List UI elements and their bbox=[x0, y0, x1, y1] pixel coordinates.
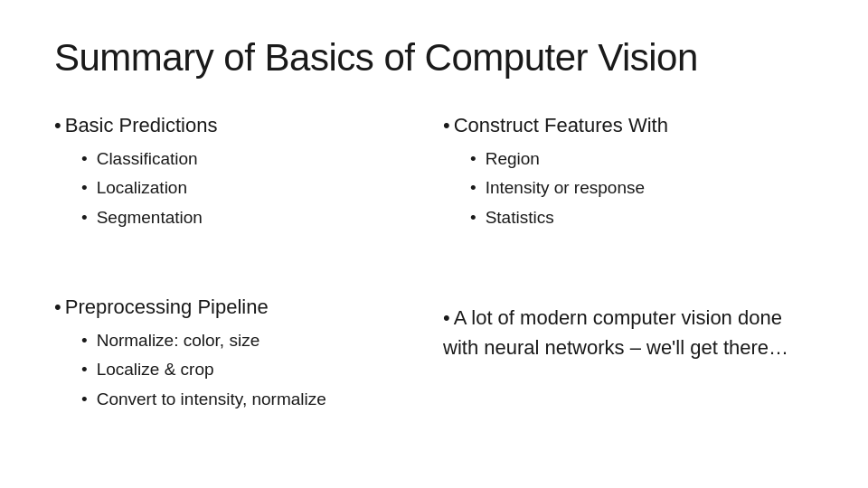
preprocessing-section: Preprocessing Pipeline Normalize: color,… bbox=[54, 288, 425, 461]
construct-features-list: Region Intensity or response Statistics bbox=[443, 145, 814, 232]
list-item: Normalize: color, size bbox=[81, 326, 425, 355]
list-item: Statistics bbox=[470, 203, 814, 232]
preprocessing-list: Normalize: color, size Localize & crop C… bbox=[54, 326, 425, 414]
construct-features-label: Construct Features With bbox=[443, 114, 668, 137]
construct-features-section: Construct Features With Region Intensity… bbox=[443, 107, 814, 279]
preprocessing-label: Preprocessing Pipeline bbox=[54, 296, 269, 319]
basic-predictions-label: Basic Predictions bbox=[54, 114, 217, 137]
content-grid: Basic Predictions Classification Localiz… bbox=[54, 107, 814, 461]
list-item: Region bbox=[470, 145, 814, 174]
list-item: Convert to intensity, normalize bbox=[81, 385, 425, 414]
modern-cv-section: A lot of modern computer vision done wit… bbox=[443, 288, 814, 461]
bottom-row: Preprocessing Pipeline Normalize: color,… bbox=[54, 288, 814, 461]
modern-cv-text: A lot of modern computer vision done wit… bbox=[443, 303, 814, 362]
basic-predictions-title: Basic Predictions bbox=[54, 114, 425, 137]
slide: Summary of Basics of Computer Vision Bas… bbox=[0, 0, 868, 488]
construct-features-title: Construct Features With bbox=[443, 114, 814, 137]
basic-predictions-section: Basic Predictions Classification Localiz… bbox=[54, 107, 425, 279]
list-item: Segmentation bbox=[81, 203, 425, 232]
list-item: Classification bbox=[81, 145, 425, 174]
basic-predictions-list: Classification Localization Segmentation bbox=[54, 145, 425, 232]
list-item: Intensity or response bbox=[470, 174, 814, 202]
preprocessing-title: Preprocessing Pipeline bbox=[54, 296, 425, 319]
slide-title: Summary of Basics of Computer Vision bbox=[54, 36, 814, 80]
list-item: Localize & crop bbox=[81, 355, 425, 384]
list-item: Localization bbox=[81, 174, 425, 202]
modern-cv-block: A lot of modern computer vision done wit… bbox=[443, 296, 814, 362]
